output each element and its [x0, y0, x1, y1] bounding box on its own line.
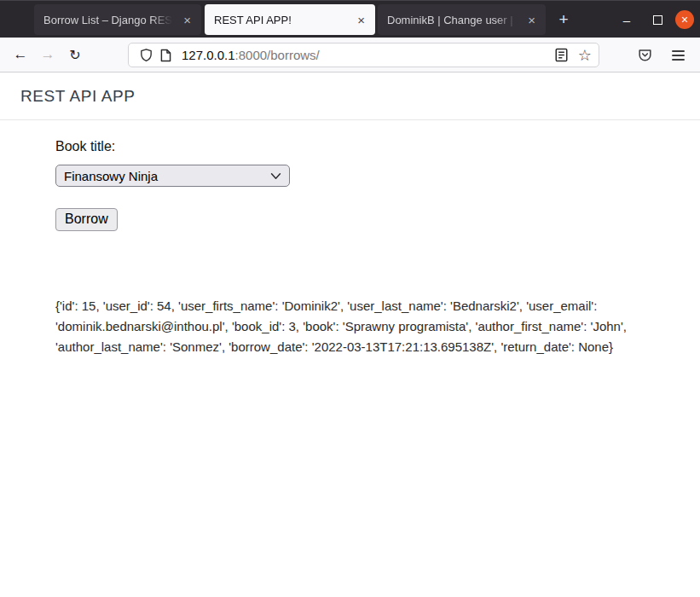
tab-title: Borrow List – Django RES	[43, 14, 175, 26]
navigation-toolbar: ← → ↻ 127.0.0.1:8000/borrows/ ☆	[0, 38, 700, 72]
tab-borrow-list[interactable]: Borrow List – Django RES ×	[34, 4, 201, 35]
url-text[interactable]: 127.0.0.1:8000/borrows/	[182, 48, 555, 62]
tab-close-icon[interactable]: ×	[180, 12, 194, 28]
window-minimize-button[interactable]: –	[616, 1, 638, 38]
shield-icon[interactable]	[139, 48, 153, 62]
hamburger-menu-icon[interactable]	[668, 45, 688, 66]
site-header: REST API APP	[0, 72, 700, 120]
reload-button[interactable]: ↻	[61, 42, 89, 67]
selected-book: Finansowy Ninja	[64, 169, 270, 183]
forward-button[interactable]: →	[34, 42, 61, 67]
reader-view-icon[interactable]	[555, 48, 568, 62]
url-path: :8000/borrows/	[235, 48, 320, 62]
page-title: REST API APP	[20, 87, 136, 106]
pocket-icon[interactable]	[637, 47, 653, 63]
tab-rest-api-app[interactable]: REST API APP! ×	[205, 4, 375, 35]
tab-change-user[interactable]: DominikB | Change user | ×	[378, 4, 546, 35]
book-title-select[interactable]: Finansowy Ninja	[55, 165, 290, 187]
book-title-label: Book title:	[55, 139, 645, 154]
new-tab-button[interactable]: +	[552, 9, 575, 31]
url-bar[interactable]: 127.0.0.1:8000/borrows/ ☆	[128, 43, 599, 67]
borrow-button[interactable]: Borrow	[55, 208, 118, 231]
page-proxy-icon[interactable]	[159, 49, 172, 62]
tab-title: DominikB | Change user |	[387, 14, 519, 26]
tab-close-icon[interactable]: ×	[524, 12, 539, 28]
page-content: Book title: Finansowy Ninja Borrow {'id'…	[0, 120, 700, 357]
chevron-down-icon	[270, 172, 281, 180]
url-host: 127.0.0.1	[182, 48, 235, 62]
tab-title: REST API APP!	[214, 14, 349, 26]
toolbar-right-icons	[637, 38, 700, 72]
maximize-icon	[653, 15, 662, 25]
window-maximize-button[interactable]	[646, 1, 668, 38]
back-button[interactable]: ←	[7, 42, 34, 67]
tab-close-icon[interactable]: ×	[354, 12, 368, 28]
window-close-button[interactable]: ×	[675, 10, 694, 29]
bookmark-star-icon[interactable]: ☆	[578, 48, 592, 63]
api-response-text: {'id': 15, 'user_id': 54, 'user_firts_na…	[55, 296, 645, 357]
tab-bar: Borrow List – Django RES × REST API APP!…	[0, 0, 700, 38]
